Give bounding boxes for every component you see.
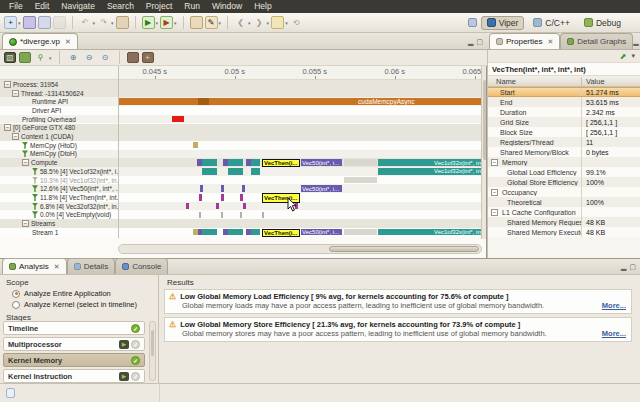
timeline-bar[interactable] bbox=[344, 159, 377, 166]
back-icon[interactable]: ❮ bbox=[234, 16, 247, 29]
timeline-bar-vec50inti[interactable]: Vec50(int*, i... bbox=[301, 185, 342, 192]
property-row-start[interactable]: Start51.274 ms bbox=[488, 87, 640, 97]
timeline-bar[interactable] bbox=[193, 142, 198, 149]
stages-scrollbar[interactable] bbox=[149, 321, 156, 381]
timeline-bar-vectheni[interactable]: VecThen(i... bbox=[262, 159, 300, 167]
timeline-bar[interactable] bbox=[228, 168, 243, 175]
tab-console[interactable]: Console bbox=[115, 258, 168, 274]
timeline-bar[interactable] bbox=[199, 212, 201, 219]
timeline-bar[interactable] bbox=[240, 194, 243, 201]
filter-icon[interactable] bbox=[32, 211, 38, 218]
wand-icon[interactable]: ✎ bbox=[205, 16, 218, 29]
minimize-icon[interactable]: ▂ bbox=[468, 38, 473, 46]
timeline-bar[interactable] bbox=[186, 203, 189, 210]
property-row-memory[interactable]: −Memory bbox=[488, 157, 640, 167]
timeline-bar[interactable] bbox=[344, 229, 377, 236]
tree-divider[interactable] bbox=[118, 66, 119, 238]
collapse-icon[interactable]: − bbox=[22, 159, 29, 166]
run-timeline-dropdown-icon[interactable]: ▾ bbox=[156, 20, 159, 26]
close-icon[interactable]: ✕ bbox=[54, 263, 60, 271]
stages-scrollbar-thumb[interactable] bbox=[151, 330, 154, 356]
filter-icon[interactable] bbox=[22, 150, 28, 157]
timeline-bar[interactable] bbox=[262, 212, 264, 219]
filter-icon[interactable]: ⚲ bbox=[34, 51, 47, 64]
timeline-bar[interactable] bbox=[240, 212, 242, 219]
tab-diverge-vp[interactable]: *diverge.vp ✕ bbox=[2, 33, 78, 49]
import-icon[interactable] bbox=[190, 16, 203, 29]
horizontal-scrollbar[interactable] bbox=[118, 244, 482, 254]
zoom-fit-icon[interactable]: ⊙ bbox=[99, 51, 112, 64]
filter-icon[interactable] bbox=[32, 177, 38, 184]
property-row-shared-memory-executed[interactable]: Shared Memory Executed48 KB bbox=[488, 227, 640, 237]
property-row-global-load-efficiency[interactable]: Global Load Efficiency99.1% bbox=[488, 167, 640, 177]
last-edit-icon[interactable]: ⟲ bbox=[290, 16, 303, 29]
horizontal-scrollbar-thumb[interactable] bbox=[329, 246, 479, 252]
tab-details[interactable]: Details bbox=[67, 258, 115, 274]
timeline-bar-vec1of32xintint[interactable]: Vec1of32x(int*, int bbox=[378, 159, 482, 166]
zoom-in-icon[interactable]: ⊕ bbox=[67, 51, 80, 64]
stage-kernel-instruction[interactable]: Kernel Instruction▶✓ bbox=[3, 369, 145, 383]
menu-project[interactable]: Project bbox=[140, 0, 178, 13]
open-perspective-icon[interactable] bbox=[468, 18, 477, 27]
perspective-viper-button[interactable]: Viper bbox=[481, 16, 525, 30]
timeline-bar[interactable] bbox=[200, 185, 203, 192]
property-row-shared-memory-block[interactable]: Shared Memory/Block0 bytes bbox=[488, 147, 640, 157]
timeline-bar[interactable] bbox=[202, 229, 217, 236]
menu-search[interactable]: Search bbox=[101, 0, 140, 13]
timeline-bar-vec50inti[interactable]: Vec50(int*, i... bbox=[301, 159, 342, 166]
timeline-bar-vectheni[interactable]: VecThen(i... bbox=[262, 229, 300, 237]
timeline-bar[interactable] bbox=[221, 194, 224, 201]
more-link[interactable]: More... bbox=[596, 329, 626, 338]
menu-navigate[interactable]: Navigate bbox=[55, 0, 101, 13]
property-row-l1-cache-configuration[interactable]: −L1 Cache Configuration bbox=[488, 207, 640, 217]
tab-properties[interactable]: Properties ✕ bbox=[489, 33, 560, 49]
pin-icon[interactable] bbox=[116, 16, 129, 29]
forward-dropdown-icon[interactable]: ▾ bbox=[267, 20, 270, 26]
collapse-icon[interactable]: − bbox=[4, 124, 11, 131]
radio-selected[interactable] bbox=[12, 290, 20, 298]
filter-icon[interactable] bbox=[32, 203, 38, 210]
print-icon[interactable] bbox=[53, 16, 66, 29]
radio-unselected[interactable] bbox=[12, 301, 20, 309]
maximize-icon[interactable]: ▢ bbox=[476, 38, 483, 46]
export-icon[interactable]: ⬈ bbox=[620, 52, 627, 61]
view-menu-icon[interactable]: ▾ bbox=[631, 52, 635, 60]
timeline-bar[interactable] bbox=[172, 116, 184, 123]
annotation-dropdown-icon[interactable]: ▾ bbox=[285, 20, 288, 26]
timeline-bar[interactable] bbox=[251, 229, 260, 236]
close-icon[interactable]: ✕ bbox=[65, 38, 71, 46]
filter-dropdown-icon[interactable]: ▾ bbox=[49, 55, 52, 61]
filter-icon[interactable] bbox=[32, 194, 38, 201]
new-session-icon[interactable]: + bbox=[4, 16, 17, 29]
filter-icon[interactable] bbox=[32, 168, 38, 175]
wand-dropdown-icon[interactable]: ▾ bbox=[219, 20, 222, 26]
stage-timeline[interactable]: Timeline✓ bbox=[3, 321, 145, 335]
timeline-bar[interactable] bbox=[199, 194, 202, 201]
minimize-icon[interactable]: ▂ bbox=[621, 263, 626, 271]
undo-icon[interactable]: ↶ bbox=[79, 16, 92, 29]
timeline-bar[interactable] bbox=[221, 185, 224, 192]
pan-mode-icon[interactable] bbox=[19, 52, 31, 63]
redo-icon[interactable]: ↷ bbox=[97, 16, 110, 29]
property-row-occupancy[interactable]: −Occupancy bbox=[488, 187, 640, 197]
run-stage-icon[interactable]: ▶ bbox=[119, 372, 129, 381]
collapse-icon[interactable]: − bbox=[12, 133, 19, 140]
property-row-registers-thread[interactable]: Registers/Thread11 bbox=[488, 137, 640, 147]
minimize-icon[interactable]: ▂ bbox=[633, 38, 638, 46]
back-dropdown-icon[interactable]: ▾ bbox=[248, 20, 251, 26]
zoom-out-icon[interactable]: ⊖ bbox=[83, 51, 96, 64]
undo-dropdown-icon[interactable]: ▾ bbox=[93, 20, 96, 26]
more-link[interactable]: More... bbox=[596, 301, 626, 310]
menu-file[interactable]: File bbox=[3, 0, 29, 13]
filter-icon[interactable] bbox=[22, 142, 28, 149]
perspective-debug-button[interactable]: Debug bbox=[579, 17, 626, 29]
timeline-bar-vec1of32xintint[interactable]: Vec1of32x(int*, int bbox=[378, 229, 482, 236]
timeline-bar[interactable] bbox=[221, 212, 223, 219]
new-session-dropdown-icon[interactable]: ▾ bbox=[18, 20, 21, 26]
run-analysis-icon[interactable]: ▶ bbox=[160, 16, 173, 29]
collapse-icon[interactable]: − bbox=[12, 90, 19, 97]
timeline-bar[interactable] bbox=[251, 159, 260, 166]
timeline-bar[interactable] bbox=[202, 168, 217, 175]
tab-analysis[interactable]: Analysis ✕ bbox=[2, 258, 67, 274]
timeline-bar[interactable] bbox=[242, 185, 245, 192]
